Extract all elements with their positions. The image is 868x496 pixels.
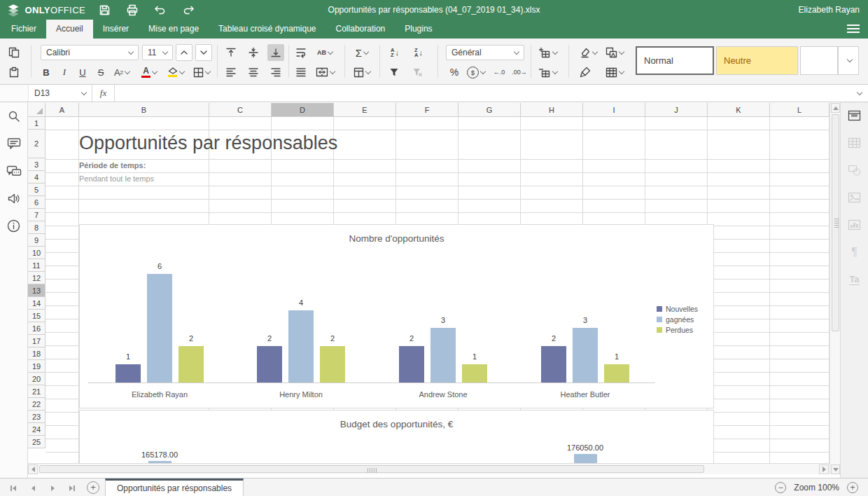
row-header-19[interactable]: 19 <box>28 360 46 373</box>
row-header-18[interactable]: 18 <box>28 347 46 360</box>
table-settings-button[interactable] <box>846 135 864 151</box>
increase-decimal-button[interactable]: .00→ <box>510 64 529 81</box>
decrease-decimal-button[interactable]: ←.0 <box>490 64 508 81</box>
about-button[interactable] <box>5 217 23 234</box>
chart-nombre-opportunites[interactable]: Nombre d'opportunités NouvellesgagnéesPe… <box>79 224 714 408</box>
print-button[interactable] <box>123 2 141 18</box>
paste-button[interactable] <box>6 64 22 81</box>
menu-tab-plugins[interactable]: Plugins <box>395 20 442 39</box>
row-header-22[interactable]: 22 <box>28 398 46 411</box>
search-button[interactable] <box>5 108 23 125</box>
expand-formula-bar-button[interactable] <box>848 85 868 102</box>
row-header-14[interactable]: 14 <box>28 297 46 310</box>
scroll-down-button[interactable] <box>831 464 840 474</box>
filter-button[interactable] <box>386 64 402 81</box>
cells-area[interactable]: Opportunités par résponsables Période de… <box>46 117 830 463</box>
cell-style-neutre[interactable]: Neutre <box>716 46 798 75</box>
first-sheet-button[interactable] <box>7 484 20 492</box>
row-header-3[interactable]: 3 <box>28 158 46 171</box>
menu-tab-tableau-crois-dynamique[interactable]: Tableau croisé dynamique <box>209 20 326 39</box>
row-header-1[interactable]: 1 <box>28 117 46 130</box>
row-header-13[interactable]: 13 <box>28 284 46 297</box>
column-header-I[interactable]: I <box>583 103 645 117</box>
row-header-16[interactable]: 16 <box>28 322 46 335</box>
row-header-6[interactable]: 6 <box>28 196 46 209</box>
percent-style-button[interactable]: % <box>447 64 462 81</box>
align-bottom-button[interactable] <box>267 44 284 61</box>
wrap-text-button[interactable] <box>293 44 309 61</box>
align-middle-button[interactable] <box>245 44 262 61</box>
delete-cells-button[interactable] <box>535 64 560 81</box>
align-top-button[interactable] <box>223 44 239 61</box>
scroll-right-button[interactable] <box>819 464 829 474</box>
vertical-scroll-thumb[interactable] <box>832 114 839 331</box>
insert-function-button[interactable]: Σ <box>350 44 374 61</box>
row-header-17[interactable]: 17 <box>28 335 46 347</box>
column-header-B[interactable]: B <box>79 103 209 117</box>
row-header-4[interactable]: 4 <box>28 171 46 184</box>
merge-cells-button[interactable] <box>312 64 337 81</box>
next-sheet-button[interactable] <box>46 484 59 492</box>
scroll-up-button[interactable] <box>831 103 840 113</box>
conditional-formatting-button[interactable] <box>602 44 627 61</box>
zoom-in-button[interactable]: + <box>847 482 858 493</box>
column-header-F[interactable]: F <box>396 103 458 117</box>
column-header-L[interactable]: L <box>770 103 830 117</box>
row-header-20[interactable]: 20 <box>28 373 46 385</box>
menu-tab-fichier[interactable]: Fichier <box>1 20 46 39</box>
row-header-11[interactable]: 11 <box>28 259 46 272</box>
column-header-G[interactable]: G <box>458 103 521 117</box>
row-header-5[interactable]: 5 <box>28 184 46 196</box>
row-header-9[interactable]: 9 <box>28 234 46 247</box>
align-left-button[interactable] <box>223 64 239 81</box>
menu-tab-accueil[interactable]: Accueil <box>46 20 93 39</box>
add-sheet-button[interactable]: + <box>87 481 99 494</box>
align-center-button[interactable] <box>245 64 262 81</box>
shape-settings-button[interactable] <box>846 163 864 178</box>
comments-button[interactable] <box>5 135 23 152</box>
named-ranges-button[interactable] <box>350 64 374 81</box>
horizontal-scrollbar[interactable] <box>28 463 830 474</box>
feedback-button[interactable] <box>5 190 23 207</box>
text-art-settings-button[interactable]: Ta <box>846 272 864 287</box>
column-header-A[interactable]: A <box>46 103 79 117</box>
clear-button[interactable] <box>577 44 599 61</box>
menu-tab-ins-rer[interactable]: Insérer <box>93 20 139 39</box>
merge-center-button[interactable]: AB <box>312 44 337 61</box>
italic-button[interactable]: I <box>56 64 73 81</box>
increment-font-size-button[interactable] <box>176 44 192 61</box>
cell-styles-more-button[interactable] <box>838 46 859 75</box>
row-header-23[interactable]: 23 <box>28 411 46 423</box>
user-name[interactable]: Elizabeth Rayan <box>799 0 860 20</box>
undo-button[interactable] <box>151 2 169 18</box>
image-settings-button[interactable] <box>846 190 864 205</box>
redo-button[interactable] <box>179 2 197 18</box>
borders-button[interactable] <box>190 64 213 81</box>
column-header-K[interactable]: K <box>708 103 770 117</box>
justify-button[interactable] <box>293 64 309 81</box>
font-size-select[interactable]: 11 <box>142 45 173 60</box>
select-all-corner[interactable] <box>28 103 46 117</box>
copy-button[interactable] <box>6 44 22 61</box>
bold-button[interactable]: B <box>38 64 55 81</box>
fill-color-button[interactable] <box>164 64 188 81</box>
sort-ascending-button[interactable]: AZ↓ <box>385 44 405 61</box>
row-header-12[interactable]: 12 <box>28 272 46 284</box>
row-header-2[interactable]: 2 <box>28 130 46 158</box>
last-sheet-button[interactable] <box>66 484 78 492</box>
chart-settings-button[interactable] <box>846 217 864 233</box>
sheet-tab-active[interactable]: Opportunités par résponsables <box>105 478 244 496</box>
insert-function-fx-button[interactable]: fx <box>92 85 115 102</box>
subscript-superscript-button[interactable]: A2 <box>111 64 133 81</box>
format-as-table-button[interactable] <box>602 64 627 81</box>
row-header-7[interactable]: 7 <box>28 209 46 221</box>
row-header-21[interactable]: 21 <box>28 385 46 398</box>
horizontal-scroll-thumb[interactable] <box>39 465 704 473</box>
row-header-15[interactable]: 15 <box>28 310 46 322</box>
strikeout-button[interactable]: S <box>92 64 109 81</box>
align-right-button[interactable] <box>267 64 284 81</box>
previous-sheet-button[interactable] <box>27 484 39 492</box>
font-color-button[interactable]: A <box>137 64 161 81</box>
font-name-select[interactable]: Calibri <box>41 45 139 60</box>
chart-budget-opportunites[interactable]: Budget des opportunités, € 165178.001760… <box>79 410 714 463</box>
